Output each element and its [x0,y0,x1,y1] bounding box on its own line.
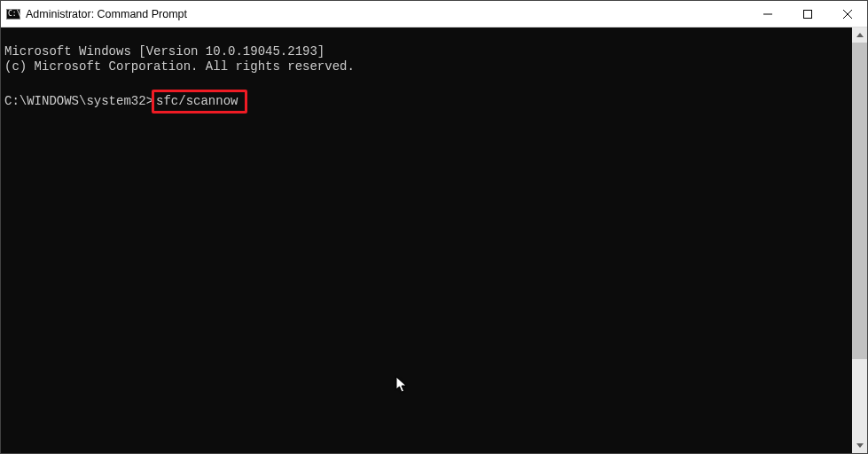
window-controls [747,1,867,27]
titlebar[interactable]: C:\ Administrator: Command Prompt [1,1,867,27]
scroll-down-button[interactable] [852,438,867,453]
command-highlight: sfc/scannow [152,90,247,114]
cmd-icon: C:\ [6,7,20,21]
console-line: Microsoft Windows [Version 10.0.19045.21… [4,44,325,59]
command-text: sfc/scannow [156,94,238,108]
window-frame: C:\ Administrator: Command Prompt Micros… [0,0,868,454]
vertical-scrollbar[interactable] [852,27,867,453]
console-area: Microsoft Windows [Version 10.0.19045.21… [1,27,867,453]
svg-marker-6 [856,33,864,37]
console-output[interactable]: Microsoft Windows [Version 10.0.19045.21… [1,27,852,453]
prompt-text: C:\WINDOWS\system32> [4,94,153,108]
svg-rect-3 [803,10,811,18]
scroll-track[interactable] [852,43,867,438]
svg-marker-7 [856,443,864,448]
minimize-button[interactable] [747,1,787,27]
close-button[interactable] [827,1,867,27]
scroll-up-button[interactable] [852,27,867,43]
maximize-button[interactable] [787,1,827,27]
svg-text:C:\: C:\ [8,10,20,18]
window-title: Administrator: Command Prompt [26,8,747,20]
scroll-thumb[interactable] [852,43,867,359]
console-line: (c) Microsoft Corporation. All rights re… [4,59,355,74]
